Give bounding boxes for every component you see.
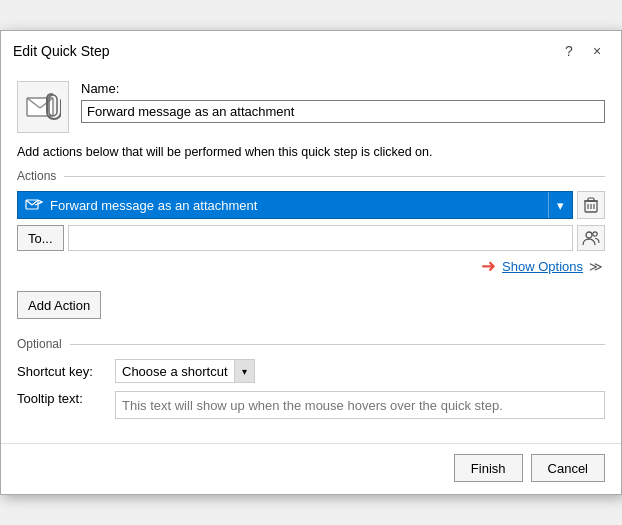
- title-bar: Edit Quick Step ? ×: [1, 31, 621, 69]
- close-button[interactable]: ×: [585, 39, 609, 63]
- shortcut-arrow: ▾: [234, 360, 254, 382]
- name-section: Name:: [17, 81, 605, 133]
- shortcut-select[interactable]: Choose a shortcut ▾: [115, 359, 255, 383]
- show-options-link[interactable]: Show Options: [502, 259, 583, 274]
- svg-point-14: [593, 232, 597, 236]
- name-label: Name:: [81, 81, 605, 96]
- optional-section-header: Optional: [17, 337, 605, 351]
- title-bar-controls: ? ×: [557, 39, 609, 63]
- shortcut-value: Choose a shortcut: [116, 364, 234, 379]
- shortcut-key-row: Shortcut key: Choose a shortcut ▾: [17, 359, 605, 383]
- tooltip-text-row: Tooltip text:: [17, 391, 605, 419]
- trash-icon: [584, 197, 598, 213]
- svg-rect-9: [588, 198, 594, 201]
- name-field-group: Name:: [81, 81, 605, 123]
- show-options-arrow: ➜: [481, 255, 496, 277]
- add-action-button[interactable]: Add Action: [17, 291, 101, 319]
- svg-line-4: [26, 200, 32, 205]
- name-input[interactable]: [81, 100, 605, 123]
- delete-action-button[interactable]: [577, 191, 605, 219]
- tooltip-input[interactable]: [115, 391, 605, 419]
- action-forward-icon: [24, 196, 44, 214]
- optional-section: Optional Shortcut key: Choose a shortcut…: [17, 337, 605, 419]
- tooltip-label: Tooltip text:: [17, 391, 107, 406]
- actions-divider: [64, 176, 605, 177]
- to-button[interactable]: To...: [17, 225, 64, 251]
- dialog-content: Name: Add actions below that will be per…: [1, 69, 621, 435]
- people-icon: [582, 229, 600, 247]
- action-dropdown-arrow[interactable]: ▾: [548, 192, 572, 218]
- address-book-button[interactable]: [577, 225, 605, 251]
- description-text: Add actions below that will be performed…: [17, 145, 605, 159]
- actions-label: Actions: [17, 169, 56, 183]
- quick-step-icon-box: [17, 81, 69, 133]
- show-options-chevron: ≫: [589, 259, 603, 274]
- edit-quick-step-dialog: Edit Quick Step ? ×: [0, 30, 622, 495]
- dialog-footer: Finish Cancel: [1, 443, 621, 494]
- add-action-container: Add Action: [17, 291, 605, 333]
- action-text: Forward message as an attachment: [50, 198, 548, 213]
- dialog-title: Edit Quick Step: [13, 43, 110, 59]
- action-dropdown[interactable]: Forward message as an attachment ▾: [17, 191, 573, 219]
- envelope-attachment-icon: [25, 92, 61, 122]
- actions-section-header: Actions: [17, 169, 605, 183]
- svg-point-13: [586, 232, 592, 238]
- optional-divider: [70, 344, 605, 345]
- finish-button[interactable]: Finish: [454, 454, 523, 482]
- shortcut-key-label: Shortcut key:: [17, 364, 107, 379]
- action-row: Forward message as an attachment ▾: [17, 191, 605, 219]
- optional-label: Optional: [17, 337, 62, 351]
- help-button[interactable]: ?: [557, 39, 581, 63]
- to-input[interactable]: [68, 225, 573, 251]
- to-row: To...: [17, 225, 605, 251]
- cancel-button[interactable]: Cancel: [531, 454, 605, 482]
- show-options-row: ➜ Show Options ≫: [17, 255, 605, 277]
